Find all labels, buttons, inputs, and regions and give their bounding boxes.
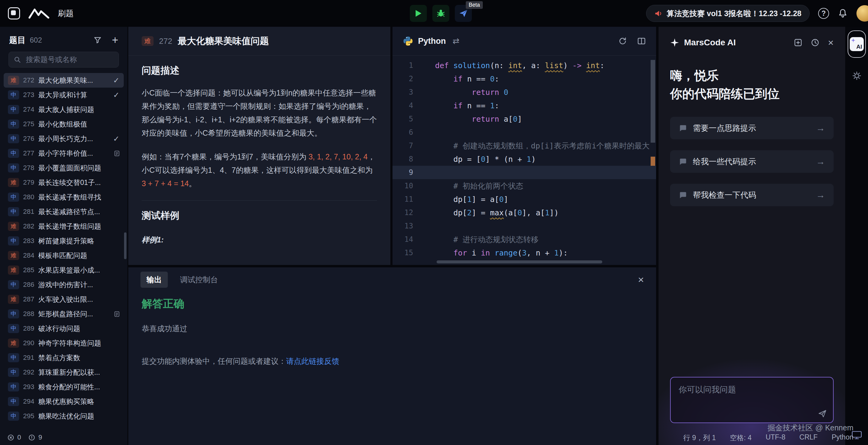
code-line[interactable]: 3 return 0	[393, 86, 656, 99]
notification-bell-icon[interactable]	[838, 8, 848, 19]
code-line[interactable]: 9	[393, 166, 656, 179]
problem-list-item[interactable]: 中280最长递减子数组寻找	[4, 190, 124, 204]
language-mode[interactable]: Python	[832, 433, 854, 443]
encoding[interactable]: UTF-8	[766, 433, 785, 443]
close-icon[interactable]: ×	[828, 38, 834, 48]
problem-list-item[interactable]: 中275最小化数组极值	[4, 117, 124, 131]
code-line[interactable]: 4 if n == 1:	[393, 99, 656, 112]
indent-setting[interactable]: 空格: 4	[730, 433, 752, 443]
problem-list-item[interactable]: 中274最大敌人捕获问题	[4, 102, 124, 117]
marscode-ai-tool-button[interactable]: AI	[848, 30, 866, 58]
problem-list-item[interactable]: 中288矩形棋盘路径问...	[4, 306, 124, 321]
problem-title: 最小化数组极值	[38, 120, 120, 129]
problem-list-item[interactable]: 中277最小字符串价值...	[4, 146, 124, 160]
problem-list-item[interactable]: 中294糖果优惠购买策略	[4, 394, 124, 409]
code-line[interactable]: 11 dp[1] = a[0]	[393, 192, 656, 206]
line-number: 15	[393, 248, 427, 257]
problem-list-item[interactable]: 难285水果店果篮最小成...	[4, 263, 124, 277]
run-button[interactable]	[410, 5, 427, 22]
problem-list-item[interactable]: 中291禁着点方案数	[4, 350, 124, 365]
result-title: 解答正确	[142, 297, 643, 311]
add-problem-button[interactable]: +	[112, 35, 118, 46]
close-icon[interactable]: ×	[638, 274, 644, 285]
line-number: 1	[393, 61, 427, 70]
problem-number: 284	[23, 251, 34, 260]
cursor-position[interactable]: 行 9，列 1	[683, 433, 716, 443]
code-line[interactable]: 13	[393, 219, 656, 233]
code-line[interactable]: 12 dp[2] = max(a[0], a[1])	[393, 206, 656, 219]
problem-number: 282	[23, 222, 34, 230]
app-window: 刷题 Beta	[0, 0, 868, 445]
workspace-logo-icon[interactable]	[8, 7, 20, 20]
problem-list-item[interactable]: 难272最大化糖果美味...✓	[4, 73, 124, 88]
problem-list-item[interactable]: 中283树苗健康提升策略	[4, 234, 124, 248]
section-heading-samples: 测试样例	[142, 209, 377, 222]
feedback-link[interactable]: 请点此链接反馈	[286, 357, 339, 365]
problem-list-item[interactable]: 中292算珠重新分配以获...	[4, 365, 124, 380]
difficulty-badge: 难	[8, 76, 19, 85]
ai-suggestions: 需要一点思路提示→给我一些代码提示→帮我检查一下代码→	[670, 117, 834, 206]
code-line[interactable]: 6	[393, 126, 656, 139]
problem-number: 272	[23, 76, 34, 84]
problem-list-item[interactable]: 中273最大异或和计算✓	[4, 88, 124, 102]
help-button[interactable]: ?	[818, 8, 829, 19]
code-line[interactable]: 8 dp = [0] * (n + 1)	[393, 152, 656, 166]
line-number: 13	[393, 222, 427, 230]
code-line[interactable]: 1def solution(n: int, a: list) -> int:	[393, 59, 656, 72]
problem-list-item[interactable]: 中286游戏中的伤害计...	[4, 277, 124, 292]
problem-list-item[interactable]: 中293粮食分配的可能性...	[4, 380, 124, 394]
code-line[interactable]: 5 return a[0]	[393, 112, 656, 126]
send-icon[interactable]	[818, 409, 827, 418]
problem-list-item[interactable]: 中278最小覆盖圆面积问题	[4, 160, 124, 175]
code-line[interactable]: 14 # 进行动态规划状态转移	[393, 233, 656, 246]
split-view-icon[interactable]	[637, 37, 646, 45]
reset-code-icon[interactable]	[618, 37, 627, 45]
editor-horizontal-scrollbar[interactable]	[437, 260, 602, 263]
new-chat-icon[interactable]	[794, 38, 802, 47]
code-line[interactable]: 15 for i in range(3, n + 1):	[393, 246, 656, 260]
eol-setting[interactable]: CRLF	[799, 433, 817, 443]
sidebar-title: 题目	[9, 35, 26, 46]
code-line[interactable]: 7 # 创建动态规划数组，dp[i]表示考虑前i个糖果时的最大	[393, 139, 656, 152]
problem-list-item[interactable]: 难287火车驶入驶出限...	[4, 292, 124, 306]
problem-list-item[interactable]: 难282最长递增子数组问题	[4, 219, 124, 234]
problem-description: 问题描述 小C面临一个选择问题：她可以从编号为1到n的糖果中任意选择一些糖果作为…	[128, 56, 391, 245]
problem-list-item[interactable]: 中281最长递减路径节点...	[4, 204, 124, 219]
code-line[interactable]: 10 # 初始化前两个状态	[393, 179, 656, 192]
tab-output[interactable]: 输出	[141, 272, 168, 288]
info-count-icon	[28, 434, 35, 441]
problem-title-heading: 最大化糖果美味值问题	[178, 35, 269, 48]
sidebar-scrollbar[interactable]	[124, 232, 126, 259]
code-line[interactable]: 2 if n == 0:	[393, 72, 656, 86]
ai-input[interactable]	[678, 384, 826, 411]
problem-title: 火车驶入驶出限...	[38, 295, 120, 304]
search-box[interactable]	[8, 52, 119, 67]
error-count: 0	[17, 434, 21, 441]
search-icon	[14, 56, 21, 63]
user-avatar[interactable]	[857, 5, 868, 22]
problem-list-item[interactable]: 难279最长连续交替01子...	[4, 175, 124, 190]
problem-list-item[interactable]: 中289破冰行动问题	[4, 321, 124, 336]
difficulty-badge: 中	[8, 207, 19, 216]
language-switch-icon[interactable]: ⇄	[453, 36, 460, 46]
difficulty-badge: 中	[8, 280, 19, 289]
ai-suggestion-card[interactable]: 需要一点思路提示→	[670, 117, 834, 139]
ai-input-box[interactable]	[670, 377, 834, 423]
editor-vertical-scrollbar[interactable]	[651, 60, 655, 143]
gear-icon[interactable]	[852, 71, 861, 80]
problem-list-item[interactable]: 难290神奇字符串构造问题	[4, 336, 124, 350]
tab-debug-console[interactable]: 调试控制台	[180, 275, 218, 285]
filter-icon[interactable]	[94, 36, 101, 44]
debug-button[interactable]	[432, 5, 450, 22]
problem-list-item[interactable]: 中295糖果吃法优化问题	[4, 409, 124, 423]
submit-button[interactable]: Beta	[455, 5, 472, 22]
marscode-logo-icon[interactable]	[28, 8, 50, 19]
problem-list-item[interactable]: 中276最小周长巧克力...✓	[4, 131, 124, 146]
problem-list-item[interactable]: 难284模板串匹配问题	[4, 248, 124, 263]
code-area[interactable]: 1def solution(n: int, a: list) -> int:2 …	[393, 56, 656, 265]
ai-suggestion-card[interactable]: 给我一些代码提示→	[670, 150, 834, 173]
announcement-banner[interactable]: 算法竞技赛 vol1 3报名啦！12.23 -12.28	[646, 5, 810, 22]
ai-suggestion-card[interactable]: 帮我检查一下代码→	[670, 184, 834, 206]
history-icon[interactable]	[811, 38, 819, 47]
search-input[interactable]	[25, 55, 121, 64]
